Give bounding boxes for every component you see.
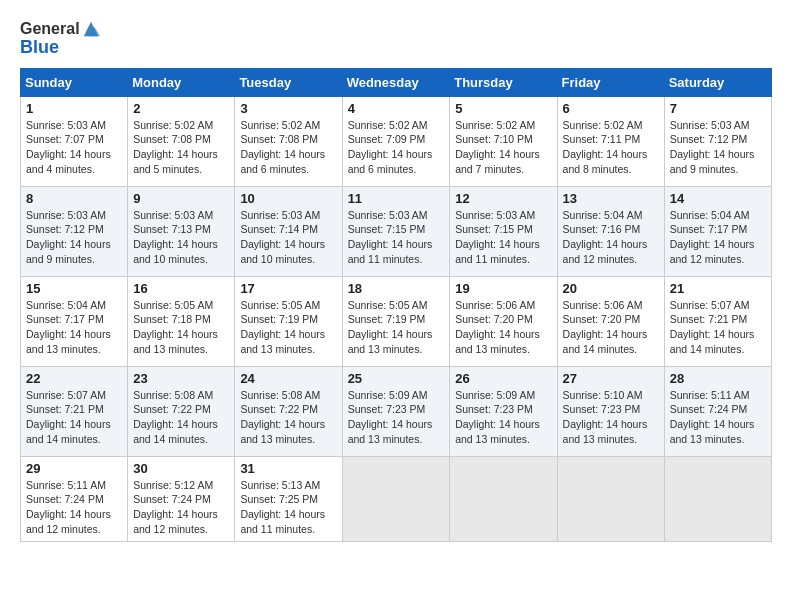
header: General Blue bbox=[20, 20, 772, 58]
day-info: Sunrise: 5:05 AMSunset: 7:18 PMDaylight:… bbox=[133, 298, 229, 357]
day-number: 22 bbox=[26, 371, 122, 386]
calendar-cell: 4Sunrise: 5:02 AMSunset: 7:09 PMDaylight… bbox=[342, 96, 450, 186]
calendar-cell: 20Sunrise: 5:06 AMSunset: 7:20 PMDayligh… bbox=[557, 276, 664, 366]
day-number: 18 bbox=[348, 281, 445, 296]
day-info: Sunrise: 5:07 AMSunset: 7:21 PMDaylight:… bbox=[26, 388, 122, 447]
day-info: Sunrise: 5:04 AMSunset: 7:17 PMDaylight:… bbox=[670, 208, 766, 267]
day-number: 12 bbox=[455, 191, 551, 206]
day-number: 11 bbox=[348, 191, 445, 206]
calendar-cell: 5Sunrise: 5:02 AMSunset: 7:10 PMDaylight… bbox=[450, 96, 557, 186]
day-info: Sunrise: 5:03 AMSunset: 7:13 PMDaylight:… bbox=[133, 208, 229, 267]
col-header-monday: Monday bbox=[128, 68, 235, 96]
day-number: 20 bbox=[563, 281, 659, 296]
calendar-cell: 14Sunrise: 5:04 AMSunset: 7:17 PMDayligh… bbox=[664, 186, 771, 276]
week-row-1: 1Sunrise: 5:03 AMSunset: 7:07 PMDaylight… bbox=[21, 96, 772, 186]
day-info: Sunrise: 5:04 AMSunset: 7:17 PMDaylight:… bbox=[26, 298, 122, 357]
calendar-cell bbox=[342, 456, 450, 541]
day-info: Sunrise: 5:09 AMSunset: 7:23 PMDaylight:… bbox=[348, 388, 445, 447]
day-info: Sunrise: 5:03 AMSunset: 7:07 PMDaylight:… bbox=[26, 118, 122, 177]
day-number: 13 bbox=[563, 191, 659, 206]
day-info: Sunrise: 5:03 AMSunset: 7:15 PMDaylight:… bbox=[348, 208, 445, 267]
day-number: 26 bbox=[455, 371, 551, 386]
day-number: 6 bbox=[563, 101, 659, 116]
day-info: Sunrise: 5:05 AMSunset: 7:19 PMDaylight:… bbox=[348, 298, 445, 357]
day-info: Sunrise: 5:04 AMSunset: 7:16 PMDaylight:… bbox=[563, 208, 659, 267]
day-info: Sunrise: 5:07 AMSunset: 7:21 PMDaylight:… bbox=[670, 298, 766, 357]
day-info: Sunrise: 5:11 AMSunset: 7:24 PMDaylight:… bbox=[26, 478, 122, 537]
logo-blue-text: Blue bbox=[20, 38, 59, 58]
calendar-cell: 13Sunrise: 5:04 AMSunset: 7:16 PMDayligh… bbox=[557, 186, 664, 276]
day-number: 27 bbox=[563, 371, 659, 386]
calendar-cell bbox=[450, 456, 557, 541]
day-info: Sunrise: 5:06 AMSunset: 7:20 PMDaylight:… bbox=[563, 298, 659, 357]
calendar-cell: 3Sunrise: 5:02 AMSunset: 7:08 PMDaylight… bbox=[235, 96, 342, 186]
col-header-saturday: Saturday bbox=[664, 68, 771, 96]
calendar-cell: 31Sunrise: 5:13 AMSunset: 7:25 PMDayligh… bbox=[235, 456, 342, 541]
day-number: 7 bbox=[670, 101, 766, 116]
calendar-cell: 8Sunrise: 5:03 AMSunset: 7:12 PMDaylight… bbox=[21, 186, 128, 276]
col-header-thursday: Thursday bbox=[450, 68, 557, 96]
calendar-cell: 1Sunrise: 5:03 AMSunset: 7:07 PMDaylight… bbox=[21, 96, 128, 186]
day-info: Sunrise: 5:08 AMSunset: 7:22 PMDaylight:… bbox=[133, 388, 229, 447]
col-header-friday: Friday bbox=[557, 68, 664, 96]
calendar-cell: 10Sunrise: 5:03 AMSunset: 7:14 PMDayligh… bbox=[235, 186, 342, 276]
calendar-cell: 11Sunrise: 5:03 AMSunset: 7:15 PMDayligh… bbox=[342, 186, 450, 276]
day-number: 30 bbox=[133, 461, 229, 476]
logo: General Blue bbox=[20, 20, 100, 58]
calendar-cell: 2Sunrise: 5:02 AMSunset: 7:08 PMDaylight… bbox=[128, 96, 235, 186]
col-header-sunday: Sunday bbox=[21, 68, 128, 96]
day-info: Sunrise: 5:03 AMSunset: 7:12 PMDaylight:… bbox=[26, 208, 122, 267]
day-number: 14 bbox=[670, 191, 766, 206]
day-info: Sunrise: 5:03 AMSunset: 7:15 PMDaylight:… bbox=[455, 208, 551, 267]
day-number: 5 bbox=[455, 101, 551, 116]
calendar-cell: 21Sunrise: 5:07 AMSunset: 7:21 PMDayligh… bbox=[664, 276, 771, 366]
day-number: 2 bbox=[133, 101, 229, 116]
calendar-cell: 15Sunrise: 5:04 AMSunset: 7:17 PMDayligh… bbox=[21, 276, 128, 366]
day-info: Sunrise: 5:02 AMSunset: 7:11 PMDaylight:… bbox=[563, 118, 659, 177]
calendar-cell: 12Sunrise: 5:03 AMSunset: 7:15 PMDayligh… bbox=[450, 186, 557, 276]
day-number: 1 bbox=[26, 101, 122, 116]
calendar-cell: 22Sunrise: 5:07 AMSunset: 7:21 PMDayligh… bbox=[21, 366, 128, 456]
calendar-cell bbox=[664, 456, 771, 541]
calendar-cell: 28Sunrise: 5:11 AMSunset: 7:24 PMDayligh… bbox=[664, 366, 771, 456]
day-number: 8 bbox=[26, 191, 122, 206]
calendar-cell: 6Sunrise: 5:02 AMSunset: 7:11 PMDaylight… bbox=[557, 96, 664, 186]
calendar-cell: 9Sunrise: 5:03 AMSunset: 7:13 PMDaylight… bbox=[128, 186, 235, 276]
col-header-tuesday: Tuesday bbox=[235, 68, 342, 96]
day-number: 10 bbox=[240, 191, 336, 206]
calendar-cell: 29Sunrise: 5:11 AMSunset: 7:24 PMDayligh… bbox=[21, 456, 128, 541]
day-info: Sunrise: 5:02 AMSunset: 7:08 PMDaylight:… bbox=[133, 118, 229, 177]
day-number: 17 bbox=[240, 281, 336, 296]
day-number: 15 bbox=[26, 281, 122, 296]
calendar-table: SundayMondayTuesdayWednesdayThursdayFrid… bbox=[20, 68, 772, 542]
header-row: SundayMondayTuesdayWednesdayThursdayFrid… bbox=[21, 68, 772, 96]
day-number: 24 bbox=[240, 371, 336, 386]
day-number: 9 bbox=[133, 191, 229, 206]
calendar-cell: 30Sunrise: 5:12 AMSunset: 7:24 PMDayligh… bbox=[128, 456, 235, 541]
day-number: 25 bbox=[348, 371, 445, 386]
day-info: Sunrise: 5:02 AMSunset: 7:09 PMDaylight:… bbox=[348, 118, 445, 177]
calendar-cell: 17Sunrise: 5:05 AMSunset: 7:19 PMDayligh… bbox=[235, 276, 342, 366]
day-number: 21 bbox=[670, 281, 766, 296]
day-info: Sunrise: 5:06 AMSunset: 7:20 PMDaylight:… bbox=[455, 298, 551, 357]
day-info: Sunrise: 5:10 AMSunset: 7:23 PMDaylight:… bbox=[563, 388, 659, 447]
day-info: Sunrise: 5:05 AMSunset: 7:19 PMDaylight:… bbox=[240, 298, 336, 357]
calendar-cell: 19Sunrise: 5:06 AMSunset: 7:20 PMDayligh… bbox=[450, 276, 557, 366]
day-info: Sunrise: 5:03 AMSunset: 7:12 PMDaylight:… bbox=[670, 118, 766, 177]
day-number: 16 bbox=[133, 281, 229, 296]
day-info: Sunrise: 5:02 AMSunset: 7:08 PMDaylight:… bbox=[240, 118, 336, 177]
week-row-5: 29Sunrise: 5:11 AMSunset: 7:24 PMDayligh… bbox=[21, 456, 772, 541]
col-header-wednesday: Wednesday bbox=[342, 68, 450, 96]
calendar-cell bbox=[557, 456, 664, 541]
day-number: 3 bbox=[240, 101, 336, 116]
day-number: 4 bbox=[348, 101, 445, 116]
logo-general-text: General bbox=[20, 20, 80, 38]
day-info: Sunrise: 5:12 AMSunset: 7:24 PMDaylight:… bbox=[133, 478, 229, 537]
day-info: Sunrise: 5:08 AMSunset: 7:22 PMDaylight:… bbox=[240, 388, 336, 447]
week-row-4: 22Sunrise: 5:07 AMSunset: 7:21 PMDayligh… bbox=[21, 366, 772, 456]
day-info: Sunrise: 5:13 AMSunset: 7:25 PMDaylight:… bbox=[240, 478, 336, 537]
calendar-cell: 7Sunrise: 5:03 AMSunset: 7:12 PMDaylight… bbox=[664, 96, 771, 186]
calendar-cell: 18Sunrise: 5:05 AMSunset: 7:19 PMDayligh… bbox=[342, 276, 450, 366]
day-info: Sunrise: 5:02 AMSunset: 7:10 PMDaylight:… bbox=[455, 118, 551, 177]
day-info: Sunrise: 5:09 AMSunset: 7:23 PMDaylight:… bbox=[455, 388, 551, 447]
